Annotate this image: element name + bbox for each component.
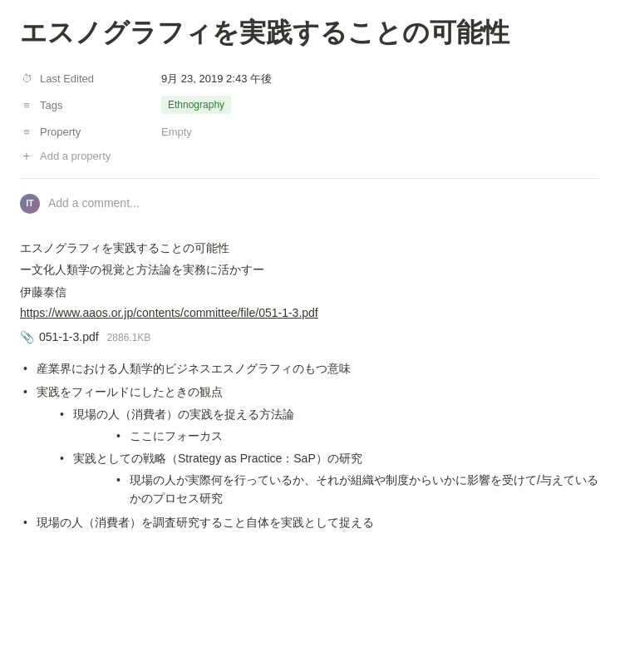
- tags-value: Ethnography: [161, 96, 600, 114]
- tags-icon: ≡: [20, 97, 33, 114]
- list-item: 産業界における人類学的ビジネスエスノグラフィのもつ意味: [20, 359, 600, 378]
- content-section: エスノグラフィを実践することの可能性 ー文化人類学の視覚と方法論を実務に活かすー…: [20, 232, 600, 531]
- property-row[interactable]: ≡ Property Empty: [20, 118, 600, 145]
- comment-placeholder[interactable]: Add a comment...: [48, 195, 140, 212]
- list-item: 現場の人（消費者）を調査研究すること自体を実践として捉える: [20, 513, 600, 531]
- content-line-3: 伊藤泰信: [20, 283, 600, 301]
- content-line-2: ー文化人類学の視覚と方法論を実務に活かすー: [20, 260, 600, 279]
- last-edited-label: ⏱ Last Edited: [20, 71, 161, 87]
- plus-icon: +: [20, 150, 33, 163]
- comment-row[interactable]: IT Add a comment...: [20, 189, 600, 219]
- divider: [20, 178, 600, 179]
- list-item: ここにフォーカス: [113, 427, 600, 445]
- attachment-row[interactable]: 📎 051-1-3.pdf 2886.1KB: [20, 329, 600, 346]
- bullet-list: 産業界における人類学的ビジネスエスノグラフィのもつ意味 実践をフィールドにしたと…: [20, 359, 600, 531]
- property-icon: ≡: [20, 124, 33, 141]
- sub-sub-bullet-list: 現場の人が実際何を行っているか、それが組織や制度からいかに影響を受けて/与えてい…: [73, 471, 600, 508]
- add-property-row[interactable]: + Add a property: [20, 145, 600, 168]
- content-link[interactable]: https://www.aaos.or.jp/contents/committe…: [20, 306, 318, 319]
- avatar: IT: [20, 194, 40, 214]
- clock-icon: ⏱: [20, 71, 33, 87]
- last-edited-value: 9月 23, 2019 2:43 午後: [161, 71, 600, 87]
- content-line-1: エスノグラフィを実践することの可能性: [20, 239, 600, 257]
- sub-sub-bullet-list: ここにフォーカス: [73, 427, 600, 445]
- tags-property[interactable]: ≡ Tags Ethnography: [20, 91, 600, 118]
- tags-label: ≡ Tags: [20, 97, 161, 114]
- ethnography-tag[interactable]: Ethnography: [161, 96, 231, 114]
- list-item: 実践としての戦略（Strategy as Practice：SaP）の研究 現場…: [57, 449, 600, 508]
- properties-section: ⏱ Last Edited 9月 23, 2019 2:43 午後 ≡ Tags…: [20, 65, 600, 168]
- sub-bullet-list: 現場の人（消費者）の実践を捉える方法論 ここにフォーカス 実践としての戦略（St…: [37, 405, 600, 508]
- property-value: Empty: [161, 124, 600, 141]
- property-label: ≡ Property: [20, 124, 161, 141]
- list-item: 現場の人（消費者）の実践を捉える方法論 ここにフォーカス: [57, 405, 600, 446]
- attachment-icon: 📎: [20, 329, 34, 346]
- add-property-label: Add a property: [40, 148, 111, 165]
- list-item: 現場の人が実際何を行っているか、それが組織や制度からいかに影響を受けて/与えてい…: [113, 471, 600, 508]
- attachment-name: 051-1-3.pdf: [39, 329, 99, 346]
- last-edited-property[interactable]: ⏱ Last Edited 9月 23, 2019 2:43 午後: [20, 65, 600, 91]
- attachment-size: 2886.1KB: [107, 330, 151, 345]
- list-item: 実践をフィールドにしたときの観点 現場の人（消費者）の実践を捉える方法論 ここに…: [20, 383, 600, 507]
- page-title: エスノグラフィを実践することの可能性: [20, 17, 600, 48]
